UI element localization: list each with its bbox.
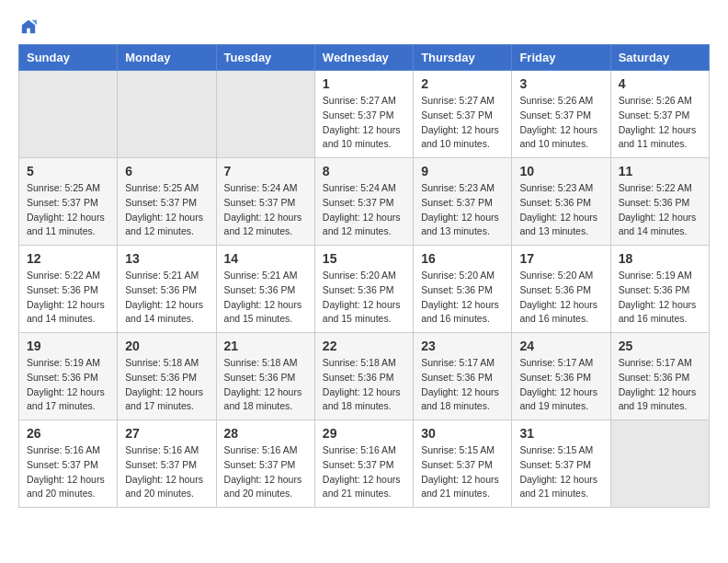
calendar-cell: 31Sunrise: 5:15 AM Sunset: 5:37 PM Dayli…: [512, 420, 610, 508]
day-number: 23: [421, 339, 504, 353]
calendar-cell: [216, 71, 314, 158]
day-number: 30: [421, 426, 504, 441]
day-number: 31: [519, 426, 602, 441]
header-friday: Friday: [512, 45, 610, 71]
day-info: Sunrise: 5:15 AM Sunset: 5:37 PM Dayligh…: [519, 443, 602, 501]
calendar-table: SundayMondayTuesdayWednesdayThursdayFrid…: [18, 44, 710, 508]
calendar-cell: 6Sunrise: 5:25 AM Sunset: 5:37 PM Daylig…: [118, 158, 216, 246]
day-number: 7: [224, 164, 307, 178]
day-info: Sunrise: 5:24 AM Sunset: 5:37 PM Dayligh…: [224, 181, 307, 239]
calendar-cell: 10Sunrise: 5:23 AM Sunset: 5:36 PM Dayli…: [512, 158, 610, 246]
day-number: 16: [421, 251, 504, 266]
day-info: Sunrise: 5:26 AM Sunset: 5:37 PM Dayligh…: [619, 94, 701, 152]
calendar-cell: 2Sunrise: 5:27 AM Sunset: 5:37 PM Daylig…: [414, 71, 512, 158]
day-info: Sunrise: 5:16 AM Sunset: 5:37 PM Dayligh…: [224, 443, 307, 501]
day-info: Sunrise: 5:18 AM Sunset: 5:36 PM Dayligh…: [323, 356, 405, 414]
day-info: Sunrise: 5:15 AM Sunset: 5:37 PM Dayligh…: [421, 443, 504, 501]
logo: [18, 18, 37, 35]
day-number: 4: [619, 76, 701, 91]
day-number: 12: [27, 251, 109, 266]
day-number: 21: [224, 339, 307, 353]
calendar-cell: 19Sunrise: 5:19 AM Sunset: 5:36 PM Dayli…: [19, 333, 118, 420]
day-info: Sunrise: 5:20 AM Sunset: 5:36 PM Dayligh…: [421, 269, 504, 327]
day-info: Sunrise: 5:19 AM Sunset: 5:36 PM Dayligh…: [27, 356, 109, 414]
day-number: 19: [27, 339, 109, 353]
day-info: Sunrise: 5:23 AM Sunset: 5:37 PM Dayligh…: [421, 181, 504, 239]
day-info: Sunrise: 5:21 AM Sunset: 5:36 PM Dayligh…: [224, 269, 307, 327]
day-number: 27: [125, 426, 208, 441]
calendar-cell: 5Sunrise: 5:25 AM Sunset: 5:37 PM Daylig…: [19, 158, 118, 246]
day-number: 13: [125, 251, 208, 266]
calendar-cell: 26Sunrise: 5:16 AM Sunset: 5:37 PM Dayli…: [19, 420, 118, 508]
day-info: Sunrise: 5:16 AM Sunset: 5:37 PM Dayligh…: [27, 443, 109, 501]
calendar-cell: 24Sunrise: 5:17 AM Sunset: 5:36 PM Dayli…: [512, 333, 610, 420]
day-info: Sunrise: 5:22 AM Sunset: 5:36 PM Dayligh…: [619, 181, 701, 239]
day-number: 25: [619, 339, 701, 353]
calendar-cell: 27Sunrise: 5:16 AM Sunset: 5:37 PM Dayli…: [118, 420, 216, 508]
calendar-cell: 16Sunrise: 5:20 AM Sunset: 5:36 PM Dayli…: [414, 246, 512, 333]
day-number: 15: [323, 251, 405, 266]
calendar-cell: [19, 71, 118, 158]
day-number: 6: [125, 164, 208, 178]
day-number: 28: [224, 426, 307, 441]
day-number: 22: [323, 339, 405, 353]
day-info: Sunrise: 5:18 AM Sunset: 5:36 PM Dayligh…: [125, 356, 208, 414]
calendar-cell: 15Sunrise: 5:20 AM Sunset: 5:36 PM Dayli…: [314, 246, 413, 333]
calendar-cell: 7Sunrise: 5:24 AM Sunset: 5:37 PM Daylig…: [216, 158, 314, 246]
header-tuesday: Tuesday: [216, 45, 314, 71]
day-info: Sunrise: 5:16 AM Sunset: 5:37 PM Dayligh…: [125, 443, 208, 501]
calendar-cell: [610, 420, 709, 508]
day-info: Sunrise: 5:24 AM Sunset: 5:37 PM Dayligh…: [323, 181, 405, 239]
day-number: 10: [519, 164, 602, 178]
calendar-cell: 9Sunrise: 5:23 AM Sunset: 5:37 PM Daylig…: [414, 158, 512, 246]
day-number: 1: [323, 76, 405, 91]
day-info: Sunrise: 5:18 AM Sunset: 5:36 PM Dayligh…: [224, 356, 307, 414]
day-info: Sunrise: 5:21 AM Sunset: 5:36 PM Dayligh…: [125, 269, 208, 327]
day-number: 2: [421, 76, 504, 91]
day-info: Sunrise: 5:17 AM Sunset: 5:36 PM Dayligh…: [421, 356, 504, 414]
header-thursday: Thursday: [414, 45, 512, 71]
page-header: [18, 18, 710, 35]
calendar-cell: 18Sunrise: 5:19 AM Sunset: 5:36 PM Dayli…: [610, 246, 709, 333]
day-number: 11: [619, 164, 701, 178]
day-number: 17: [519, 251, 602, 266]
day-number: 8: [323, 164, 405, 178]
header-monday: Monday: [118, 45, 216, 71]
calendar-cell: 8Sunrise: 5:24 AM Sunset: 5:37 PM Daylig…: [314, 158, 413, 246]
header-wednesday: Wednesday: [314, 45, 413, 71]
header-saturday: Saturday: [610, 45, 709, 71]
day-number: 20: [125, 339, 208, 353]
day-info: Sunrise: 5:17 AM Sunset: 5:36 PM Dayligh…: [519, 356, 602, 414]
calendar-cell: 20Sunrise: 5:18 AM Sunset: 5:36 PM Dayli…: [118, 333, 216, 420]
calendar-cell: 4Sunrise: 5:26 AM Sunset: 5:37 PM Daylig…: [610, 71, 709, 158]
header-sunday: Sunday: [19, 45, 118, 71]
calendar-cell: 21Sunrise: 5:18 AM Sunset: 5:36 PM Dayli…: [216, 333, 314, 420]
day-number: 3: [519, 76, 602, 91]
calendar-cell: 29Sunrise: 5:16 AM Sunset: 5:37 PM Dayli…: [314, 420, 413, 508]
calendar-cell: [118, 71, 216, 158]
calendar-cell: 12Sunrise: 5:22 AM Sunset: 5:36 PM Dayli…: [19, 246, 118, 333]
day-info: Sunrise: 5:17 AM Sunset: 5:36 PM Dayligh…: [619, 356, 701, 414]
day-info: Sunrise: 5:22 AM Sunset: 5:36 PM Dayligh…: [27, 269, 109, 327]
calendar-cell: 11Sunrise: 5:22 AM Sunset: 5:36 PM Dayli…: [610, 158, 709, 246]
day-number: 18: [619, 251, 701, 266]
day-info: Sunrise: 5:26 AM Sunset: 5:37 PM Dayligh…: [519, 94, 602, 152]
day-info: Sunrise: 5:25 AM Sunset: 5:37 PM Dayligh…: [27, 181, 109, 239]
calendar-cell: 30Sunrise: 5:15 AM Sunset: 5:37 PM Dayli…: [414, 420, 512, 508]
day-info: Sunrise: 5:27 AM Sunset: 5:37 PM Dayligh…: [323, 94, 405, 152]
calendar-cell: 13Sunrise: 5:21 AM Sunset: 5:36 PM Dayli…: [118, 246, 216, 333]
day-info: Sunrise: 5:20 AM Sunset: 5:36 PM Dayligh…: [519, 269, 602, 327]
calendar-cell: 3Sunrise: 5:26 AM Sunset: 5:37 PM Daylig…: [512, 71, 610, 158]
day-info: Sunrise: 5:25 AM Sunset: 5:37 PM Dayligh…: [125, 181, 208, 239]
day-info: Sunrise: 5:16 AM Sunset: 5:37 PM Dayligh…: [323, 443, 405, 501]
calendar-cell: 23Sunrise: 5:17 AM Sunset: 5:36 PM Dayli…: [414, 333, 512, 420]
calendar-cell: 25Sunrise: 5:17 AM Sunset: 5:36 PM Dayli…: [610, 333, 709, 420]
calendar-cell: 28Sunrise: 5:16 AM Sunset: 5:37 PM Dayli…: [216, 420, 314, 508]
logo-icon: [20, 18, 37, 35]
day-number: 26: [27, 426, 109, 441]
calendar-cell: 1Sunrise: 5:27 AM Sunset: 5:37 PM Daylig…: [314, 71, 413, 158]
day-number: 29: [323, 426, 405, 441]
day-info: Sunrise: 5:19 AM Sunset: 5:36 PM Dayligh…: [619, 269, 701, 327]
calendar-cell: 17Sunrise: 5:20 AM Sunset: 5:36 PM Dayli…: [512, 246, 610, 333]
calendar-cell: 22Sunrise: 5:18 AM Sunset: 5:36 PM Dayli…: [314, 333, 413, 420]
